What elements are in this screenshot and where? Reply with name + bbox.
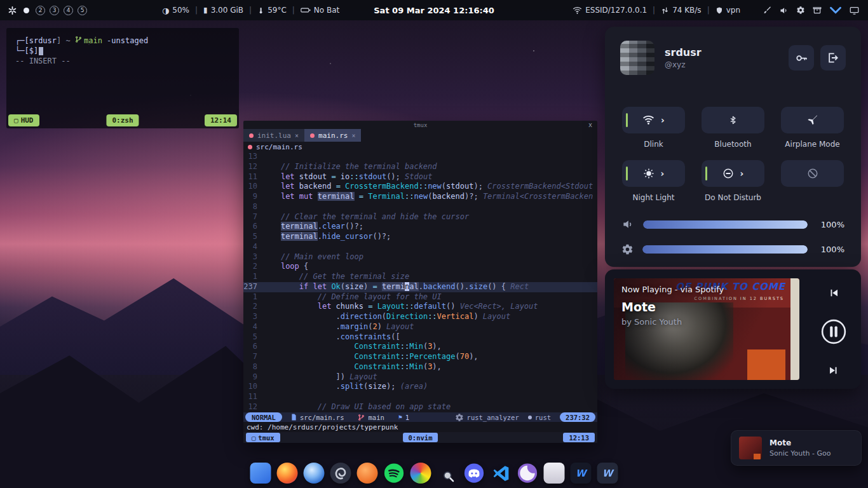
trash-icon[interactable]: [544, 463, 565, 484]
code-line[interactable]: 7 Constraint::Percentage(70),: [243, 352, 597, 362]
firefox-icon[interactable]: [277, 463, 298, 484]
logout-button[interactable]: [820, 45, 846, 71]
key-button[interactable]: [789, 45, 814, 71]
brush-icon[interactable]: [763, 6, 771, 15]
window-label: 0:nvim: [409, 434, 433, 442]
toggle-bluetooth-button[interactable]: [702, 107, 764, 133]
tab-init-lua[interactable]: init.lua ×: [243, 129, 304, 142]
volume-slider[interactable]: [643, 220, 808, 229]
code-line[interactable]: 6 terminal.clear()?;: [243, 222, 597, 232]
line-number: 9: [243, 192, 262, 202]
workspace-button[interactable]: 5: [78, 6, 87, 15]
display-icon[interactable]: [850, 6, 859, 15]
net-speed[interactable]: 74 KB/s: [661, 6, 701, 15]
toggle-nightlight-button[interactable]: ›: [622, 160, 685, 187]
shell-icon[interactable]: [330, 463, 351, 484]
code-text: Constraint::Min(3),: [262, 362, 442, 372]
statusline-file-label: src/main.rs: [300, 414, 344, 421]
code-lines[interactable]: 1312 // Initialize the terminal backend1…: [243, 152, 597, 412]
browser-icon[interactable]: [304, 463, 325, 484]
vpn-status[interactable]: vpn: [715, 6, 740, 15]
code-line[interactable]: 12 // Draw UI based on app state: [243, 402, 597, 412]
code-line[interactable]: 8 Constraint::Min(3),: [243, 362, 597, 372]
wezterm-icon[interactable]: W: [571, 463, 592, 484]
code-line[interactable]: 3 // Main event loop: [243, 252, 597, 262]
tmux-window-zsh[interactable]: 0:zsh: [106, 114, 139, 126]
code-line[interactable]: 9 let mut terminal = Terminal::new(backe…: [243, 192, 597, 202]
toggle-airplane-button[interactable]: [781, 107, 844, 133]
memory-stat: ▮3.00 GiB: [203, 6, 243, 15]
tray-icon-list: [763, 6, 859, 15]
code-line[interactable]: 11 let stdout = io::stdout(); Stdout: [243, 172, 597, 182]
chevron-right-icon: ›: [661, 116, 665, 125]
code-text: .split(size); (area): [262, 382, 428, 392]
files-icon[interactable]: [250, 463, 271, 484]
tab-close-icon[interactable]: ×: [351, 132, 355, 139]
buffer-path-label: src/main.rs: [256, 143, 302, 151]
code-line[interactable]: 10 .split(size); (area): [243, 382, 597, 392]
brightness-slider[interactable]: [642, 245, 808, 254]
tab-close-icon[interactable]: ×: [295, 132, 299, 139]
code-line[interactable]: 6 Constraint::Min(3),: [243, 342, 597, 352]
code-line[interactable]: 13: [243, 152, 597, 162]
toggle-dlink-button[interactable]: ›: [622, 107, 685, 133]
buffer-path: src/main.rs: [243, 142, 597, 152]
code-line[interactable]: 3 .direction(Direction::Vertical) Layout: [243, 312, 597, 322]
tmux-window-nvim[interactable]: 0:nvim: [403, 433, 438, 442]
code-line[interactable]: 237 if let Ok(size) = terminal.backend()…: [243, 282, 597, 292]
notification-popup[interactable]: Mote Sonic Youth - Goo: [731, 430, 862, 466]
cpu-stat: ◑50%: [162, 6, 189, 15]
code-line[interactable]: 7 // Clear the terminal and hide the cur…: [243, 212, 597, 222]
launcher-icon[interactable]: [8, 6, 17, 15]
tmux-session[interactable]: ▢tmux: [246, 433, 280, 442]
code-line[interactable]: 4: [243, 242, 597, 252]
pause-button[interactable]: [820, 318, 847, 345]
window-titlebar[interactable]: tmux x: [243, 121, 597, 129]
tmux-statusbar: ▢tmux 0:nvim 12:13: [243, 432, 597, 443]
code-line[interactable]: 1 // Define layout for the UI: [243, 292, 597, 302]
volume-icon[interactable]: [779, 6, 789, 15]
code-line[interactable]: 4 .margin(2) Layout: [243, 322, 597, 332]
statusline: NORMAL src/main.rs main ⚑ 1 rust_analyze…: [243, 412, 597, 422]
vscode-icon[interactable]: [491, 463, 512, 484]
notification-title: Mote: [770, 438, 831, 447]
code-line[interactable]: 2 loop {: [243, 262, 597, 272]
previous-button[interactable]: [827, 287, 841, 299]
zen-browser-icon[interactable]: [517, 463, 538, 484]
slider-list: 100%100%: [605, 218, 861, 255]
rust-app-icon[interactable]: [357, 463, 378, 484]
code-line[interactable]: 8: [243, 202, 597, 212]
code-line[interactable]: 12 // Initialize the terminal backend: [243, 162, 597, 172]
workspace-active-dot[interactable]: [24, 8, 29, 13]
line-number: 10: [243, 182, 262, 192]
wezterm-alt-icon[interactable]: W: [597, 463, 618, 484]
tab-main-rs[interactable]: main.rs ×: [304, 129, 361, 142]
photos-icon[interactable]: [410, 463, 431, 484]
toggle-blocked-button[interactable]: [781, 160, 844, 187]
code-line[interactable]: 11: [243, 392, 597, 402]
next-button[interactable]: [827, 365, 841, 376]
toggle-label: Bluetooth: [714, 140, 751, 149]
chevron-down-icon[interactable]: [829, 6, 842, 15]
code-line[interactable]: 1 // Get the terminal size: [243, 272, 597, 282]
code-line[interactable]: 5 .constraints([: [243, 332, 597, 342]
wifi-status[interactable]: ESSID/127.0.0.1: [573, 6, 647, 15]
code-line[interactable]: 9 ]) Layout: [243, 372, 597, 383]
code-text: ]) Layout: [262, 372, 377, 383]
code-line[interactable]: 10 let backend = CrosstermBackend::new(s…: [243, 182, 597, 192]
workspace-button[interactable]: 4: [64, 6, 73, 15]
gear-icon[interactable]: [796, 6, 805, 15]
toggle-dnd-button[interactable]: ›: [702, 160, 764, 187]
code-line[interactable]: 2 let chunks = Layout::default() Vec<Rec…: [243, 302, 597, 312]
discord-icon[interactable]: [464, 463, 485, 484]
code-line[interactable]: 5 terminal.hide_cursor()?;: [243, 232, 597, 242]
spotify-icon[interactable]: [384, 463, 405, 484]
file-icon: [291, 414, 297, 421]
tmux-session-hud[interactable]: ▢HUD: [8, 114, 39, 126]
toggle-bluetooth: Bluetooth: [702, 107, 764, 149]
box-icon[interactable]: [813, 6, 822, 15]
close-button[interactable]: x: [588, 121, 592, 128]
dnd-icon: [722, 168, 734, 179]
workspace-button[interactable]: 2: [36, 6, 45, 15]
workspace-button[interactable]: 3: [50, 6, 59, 15]
